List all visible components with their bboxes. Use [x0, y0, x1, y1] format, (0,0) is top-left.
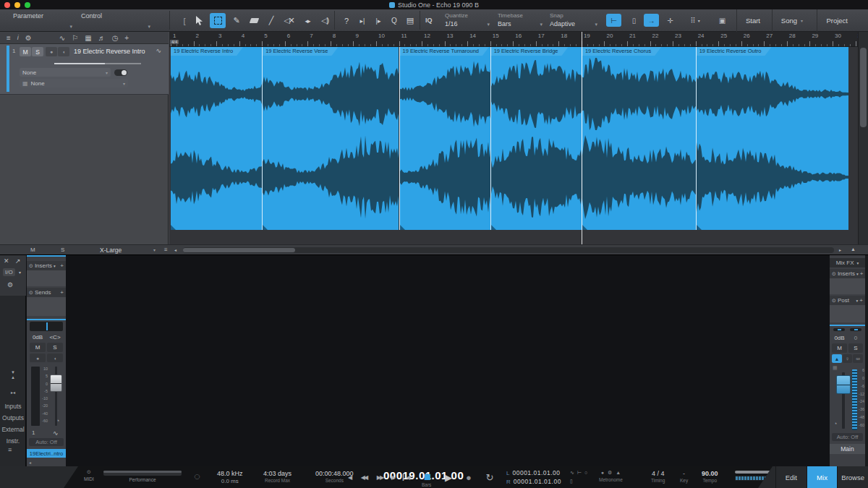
arrow-tool[interactable]: [191, 13, 207, 28]
pencil-tool[interactable]: ✎: [229, 13, 244, 28]
chevron-down-icon[interactable]: ▾: [857, 261, 859, 265]
play-button[interactable]: ▶: [440, 466, 457, 488]
sends-header[interactable]: ⊙ Sends +: [27, 288, 66, 297]
clip-name-tab[interactable]: 19 Electric Reverse Intro: [171, 47, 243, 56]
mute-button[interactable]: M: [30, 343, 46, 352]
range-bracket-tool[interactable]: [: [176, 13, 192, 28]
stereo-mode-button[interactable]: ∞: [853, 354, 863, 363]
view-browse-button[interactable]: Browse: [837, 466, 868, 488]
snap-cursor-button[interactable]: →: [644, 14, 659, 27]
list-options-icon[interactable]: ≡: [164, 247, 168, 253]
monitor-button[interactable]: ◖: [47, 354, 63, 362]
mono-speaker-button[interactable]: ▲: [832, 354, 842, 363]
inserts-list[interactable]: [830, 278, 865, 294]
channel-name-tab[interactable]: 19Electri..ntro: [27, 449, 66, 458]
rail-item-external[interactable]: External: [0, 426, 26, 433]
fast-forward-button[interactable]: ▶▶: [372, 466, 388, 488]
add-post-icon[interactable]: +: [859, 297, 863, 304]
punch-in-icon[interactable]: ⊢: [577, 470, 582, 476]
volume-readout[interactable]: 0dB: [30, 333, 46, 341]
record-arm-button[interactable]: ●: [46, 47, 57, 56]
insert-bypass-toggle[interactable]: [114, 69, 127, 76]
bend-tool[interactable]: ◂▸: [299, 13, 315, 28]
mixfx-header[interactable]: Mix FX ▾: [830, 258, 865, 267]
track-volume-slider[interactable]: [54, 63, 141, 64]
post-header[interactable]: ⊙ Post ▾ +: [830, 296, 865, 305]
horizontal-scrollbar[interactable]: [183, 247, 834, 253]
marker-flag-icon[interactable]: ⚐: [72, 34, 78, 42]
audio-clip[interactable]: 19 Electric Reverse Outro: [696, 47, 848, 230]
add-insert-icon[interactable]: +: [860, 270, 864, 277]
vertical-scrollbar[interactable]: [858, 32, 868, 244]
crosshair-button[interactable]: ✛: [663, 14, 678, 27]
scroll-right-icon[interactable]: ▸: [839, 247, 841, 252]
precount-icon[interactable]: ○: [584, 470, 587, 476]
track-solo-button[interactable]: S: [32, 47, 43, 56]
audio-clip[interactable]: 19 Electric Reverse Intro: [171, 47, 262, 230]
loop-end-display[interactable]: R00001.01.01.00: [506, 478, 561, 485]
monitor-button[interactable]: ◖: [58, 47, 69, 56]
inserts-header[interactable]: ⊙ Inserts ▾ +: [27, 261, 66, 270]
view-mix-button[interactable]: Mix: [807, 466, 838, 488]
add-insert-icon[interactable]: +: [60, 262, 64, 269]
setup-wrench-icon[interactable]: ⚙: [25, 34, 32, 42]
add-send-icon[interactable]: +: [60, 289, 64, 296]
inserts-list[interactable]: [27, 270, 66, 286]
chevron-left-icon[interactable]: ◂: [29, 460, 31, 465]
mute-button[interactable]: M: [832, 343, 847, 353]
record-arm-button[interactable]: ●: [30, 354, 46, 362]
audio-clip[interactable]: 19 Electric Reverse Verse: [262, 47, 399, 230]
track-layers-icon[interactable]: ▦: [85, 34, 91, 42]
record-button[interactable]: ●: [460, 466, 477, 488]
metronome-setup-icon[interactable]: ⚙: [608, 470, 612, 476]
track-name[interactable]: 19 Electric Reverse Intro: [74, 48, 145, 55]
click-dot-icon[interactable]: ●: [601, 470, 604, 476]
solo-button[interactable]: S: [848, 343, 863, 353]
metronome-icon[interactable]: ▲: [616, 470, 621, 476]
automation-icon[interactable]: ∿: [59, 34, 65, 42]
chevron-down-icon[interactable]: ▾: [54, 264, 56, 268]
inspector-icon[interactable]: i: [17, 34, 19, 41]
output-knob[interactable]: ◔: [56, 417, 59, 424]
fade-out-button[interactable]: |▸: [370, 13, 386, 28]
post-list[interactable]: [830, 305, 865, 322]
fader-cap[interactable]: [836, 375, 851, 394]
timeline-ruler[interactable]: 1234567891011121314151617181920212223242…: [169, 32, 858, 47]
zoom-preset-icon[interactable]: ▲: [851, 247, 856, 252]
macro-tool[interactable]: ▤: [402, 13, 418, 28]
track-height-dropdown[interactable]: X-Large: [100, 247, 122, 254]
audio-clip[interactable]: 19 Electric Reverse Chorus: [582, 47, 696, 230]
power-icon[interactable]: ⊙: [832, 271, 836, 277]
snap-to-grid-button[interactable]: ⊢: [606, 14, 621, 27]
solo-column-button[interactable]: S: [61, 247, 64, 253]
collapse-tracks-control[interactable]: ▼ ▲: [0, 369, 26, 380]
inserts-header[interactable]: ⊙ Inserts ▾ +: [830, 269, 865, 278]
chevron-down-icon[interactable]: ▾: [153, 247, 156, 252]
io-button[interactable]: I/O: [3, 268, 15, 276]
song-page-button[interactable]: Song▾: [772, 9, 812, 32]
fader-cap[interactable]: [50, 374, 62, 392]
view-edit-button[interactable]: Edit: [775, 466, 807, 488]
project-page-button[interactable]: Project: [817, 9, 856, 32]
track-header[interactable]: 1 M S ● ◖ 19 Electric Reverse Intro ∿ No…: [0, 44, 169, 95]
track-transform-button[interactable]: ▣: [715, 14, 730, 27]
eraser-tool[interactable]: [246, 13, 262, 28]
mute-column-button[interactable]: M: [30, 247, 35, 253]
pan-readout[interactable]: <C>: [47, 333, 63, 341]
help-tool[interactable]: ?: [339, 13, 354, 28]
cpu-gauge-icon[interactable]: ◌: [194, 470, 200, 482]
power-icon[interactable]: ⊙: [832, 298, 836, 304]
horizontal-scroll-thumb[interactable]: [183, 248, 295, 252]
zoom-tool[interactable]: Q: [386, 13, 402, 28]
key-display[interactable]: - Key: [680, 470, 688, 483]
loop-button[interactable]: ↻: [480, 466, 499, 488]
instrument-dropdown[interactable]: ▦None ▾: [20, 79, 128, 87]
start-page-button[interactable]: Start: [736, 9, 769, 32]
audio-clip[interactable]: 19 Electric Reverse Bridge: [490, 47, 582, 230]
note-icon[interactable]: ♬: [98, 34, 106, 42]
stop-button[interactable]: ■: [418, 466, 437, 488]
banks-menu-icon[interactable]: ≡: [8, 446, 12, 453]
parameter-dropdown[interactable]: Parameter ▾: [13, 12, 78, 30]
snap-dropdown[interactable]: Snap Adaptive ▾: [550, 12, 597, 30]
clip-name-tab[interactable]: 19 Electric Reverse Bridge: [491, 47, 569, 56]
